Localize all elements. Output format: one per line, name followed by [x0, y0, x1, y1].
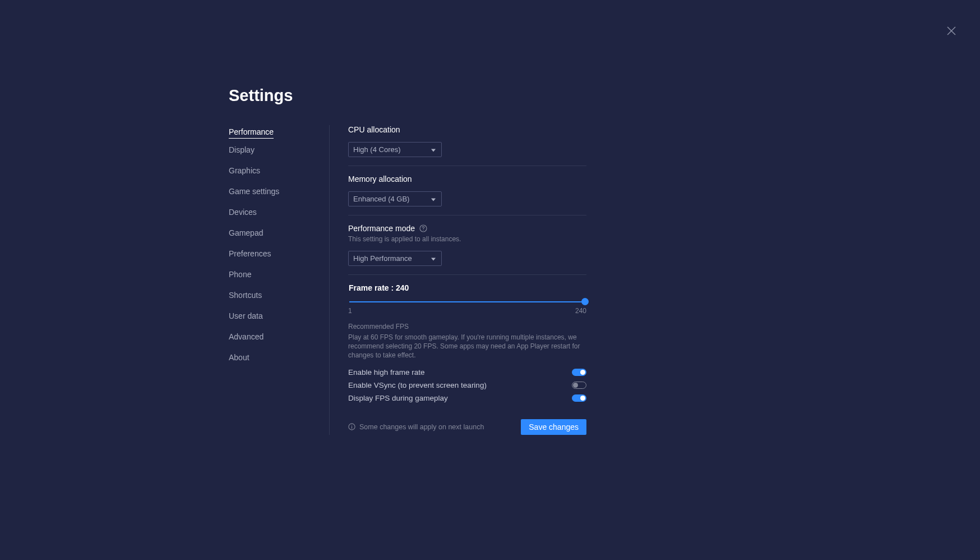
performance-mode-subtext: This setting is applied to all instances…: [348, 235, 586, 243]
toggle-display-fps[interactable]: [572, 394, 586, 402]
memory-allocation-label: Memory allocation: [348, 175, 586, 183]
sidebar-item-game-settings[interactable]: Game settings: [229, 183, 279, 199]
sidebar-item-gamepad[interactable]: Gamepad: [229, 225, 263, 241]
svg-point-3: [423, 230, 423, 231]
sidebar-item-performance[interactable]: Performance: [229, 124, 274, 139]
settings-sidebar: Performance Display Graphics Game settin…: [229, 125, 330, 435]
sidebar-item-about[interactable]: About: [229, 350, 249, 365]
sidebar-item-preferences[interactable]: Preferences: [229, 246, 271, 261]
memory-allocation-select[interactable]: Enhanced (4 GB): [348, 191, 442, 206]
sidebar-item-shortcuts[interactable]: Shortcuts: [229, 287, 262, 303]
frame-rate-section: Frame rate : 240 1 240 Recommended FPS P…: [348, 283, 586, 402]
cpu-allocation-section: CPU allocation High (4 Cores): [348, 125, 586, 166]
sidebar-item-phone[interactable]: Phone: [229, 267, 251, 282]
memory-allocation-value: Enhanced (4 GB): [353, 195, 409, 203]
footer: Some changes will apply on next launch S…: [348, 419, 586, 435]
toggle-high-frame-rate-row: Enable high frame rate: [348, 368, 586, 377]
slider-min: 1: [348, 307, 352, 315]
performance-mode-section: Performance mode This setting is applied…: [348, 224, 586, 275]
footer-note-text: Some changes will apply on next launch: [359, 423, 484, 431]
page-title: Settings: [229, 86, 586, 105]
recommended-fps-body: Play at 60 FPS for smooth gameplay. If y…: [348, 333, 586, 360]
cpu-allocation-value: High (4 Cores): [353, 145, 401, 154]
close-button[interactable]: [944, 24, 959, 38]
svg-point-6: [352, 425, 352, 425]
toggle-display-fps-row: Display FPS during gameplay: [348, 394, 586, 402]
slider-range: 1 240: [348, 307, 586, 315]
frame-rate-label: Frame rate : 240: [349, 283, 586, 292]
sidebar-item-devices[interactable]: Devices: [229, 204, 257, 220]
help-icon[interactable]: [419, 224, 427, 232]
performance-mode-label: Performance mode: [348, 224, 586, 233]
toggle-vsync-label: Enable VSync (to prevent screen tearing): [348, 381, 487, 389]
cpu-allocation-label: CPU allocation: [348, 125, 586, 134]
save-changes-button[interactable]: Save changes: [521, 419, 586, 435]
sidebar-item-user-data[interactable]: User data: [229, 308, 263, 324]
sidebar-item-graphics[interactable]: Graphics: [229, 163, 260, 178]
sidebar-item-display[interactable]: Display: [229, 142, 255, 158]
toggle-vsync[interactable]: [572, 382, 586, 389]
info-icon: [348, 423, 355, 430]
toggle-vsync-row: Enable VSync (to prevent screen tearing): [348, 381, 586, 389]
settings-content: CPU allocation High (4 Cores) Memory all…: [330, 125, 586, 435]
performance-mode-select[interactable]: High Performance: [348, 251, 442, 266]
recommended-fps-title: Recommended FPS: [348, 323, 586, 331]
performance-mode-value: High Performance: [353, 254, 412, 263]
slider-thumb[interactable]: [581, 298, 589, 305]
toggle-high-frame-rate[interactable]: [572, 369, 586, 376]
cpu-allocation-select[interactable]: High (4 Cores): [348, 142, 442, 157]
toggle-high-frame-rate-label: Enable high frame rate: [348, 368, 425, 377]
close-icon: [946, 26, 956, 36]
slider-max: 240: [575, 307, 586, 315]
sidebar-item-advanced[interactable]: Advanced: [229, 329, 264, 345]
memory-allocation-section: Memory allocation Enhanced (4 GB): [348, 175, 586, 215]
frame-rate-slider[interactable]: [348, 299, 586, 305]
toggle-display-fps-label: Display FPS during gameplay: [348, 394, 448, 402]
slider-track: [349, 301, 585, 302]
footer-note: Some changes will apply on next launch: [348, 423, 484, 431]
